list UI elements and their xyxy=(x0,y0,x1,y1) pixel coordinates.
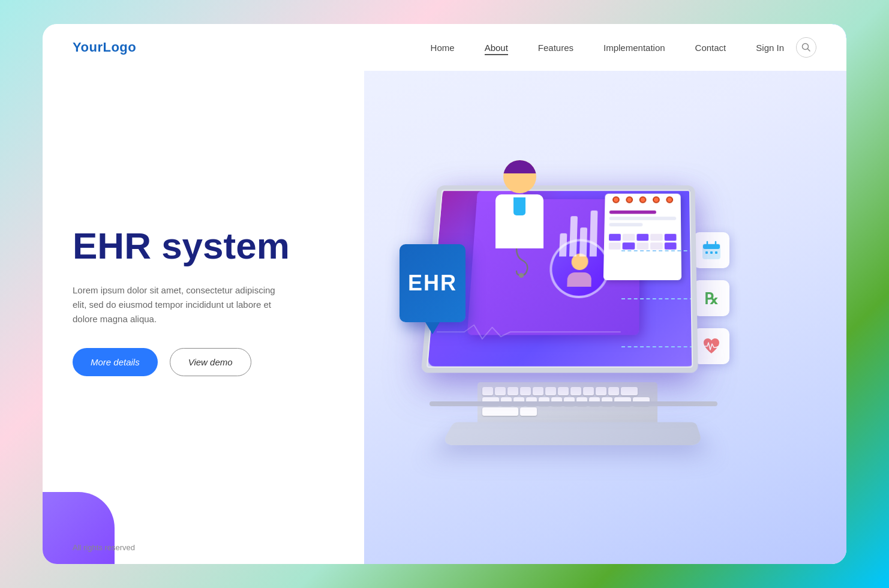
nav-about[interactable]: About xyxy=(485,43,508,53)
sign-in-link[interactable]: Sign In xyxy=(756,43,784,53)
key xyxy=(621,387,638,395)
svg-point-2 xyxy=(519,273,524,278)
svg-text:℞: ℞ xyxy=(704,290,718,308)
svg-rect-9 xyxy=(715,251,717,254)
stethoscope-icon xyxy=(510,248,528,278)
logo: YourLogo xyxy=(73,40,136,55)
key xyxy=(507,387,518,395)
cta-buttons: More details View demo xyxy=(73,348,331,376)
laptop-hinge xyxy=(430,401,717,406)
svg-rect-8 xyxy=(710,251,713,254)
key xyxy=(608,387,619,395)
copyright-text: All rights reserved xyxy=(73,543,135,552)
main-content: EHR system Lorem ipsum dolor sit amet, c… xyxy=(43,71,846,531)
svg-rect-4 xyxy=(703,244,720,249)
more-details-button[interactable]: More details xyxy=(73,348,158,376)
nav-right: Sign In xyxy=(756,37,816,58)
left-section: EHR system Lorem ipsum dolor sit amet, c… xyxy=(73,226,331,376)
nav-contact[interactable]: Contact xyxy=(695,43,726,53)
nav-implementation[interactable]: Implementation xyxy=(603,43,665,53)
svg-rect-7 xyxy=(705,251,708,254)
key xyxy=(570,387,581,395)
hero-description: Lorem ipsum dolor sit amet, consectetur … xyxy=(73,283,289,326)
page-card: YourLogo Home About Features Implementat… xyxy=(43,24,846,564)
laptop-base xyxy=(441,422,704,445)
prescription-icon: ℞ xyxy=(702,289,721,308)
nav-links: Home About Features Implementation Conta… xyxy=(431,43,726,53)
doctor-head xyxy=(503,160,536,193)
heart-monitor-icon xyxy=(702,337,721,356)
calendar-icon xyxy=(702,241,721,260)
key xyxy=(520,387,531,395)
navbar: YourLogo Home About Features Implementat… xyxy=(43,24,846,71)
key xyxy=(520,407,537,416)
prescription-float-icon: ℞ xyxy=(693,280,729,316)
key xyxy=(558,387,569,395)
search-icon[interactable] xyxy=(796,37,816,58)
view-demo-button[interactable]: View demo xyxy=(170,348,251,376)
key xyxy=(583,387,594,395)
doctor-hair xyxy=(503,160,536,173)
laptop-illustration: EHR xyxy=(400,136,747,484)
right-illustration: EHR xyxy=(331,71,816,531)
key xyxy=(596,387,606,395)
hero-title: EHR system xyxy=(73,226,331,266)
svg-line-1 xyxy=(808,49,810,52)
key xyxy=(533,387,543,395)
doctor-figure xyxy=(495,160,543,248)
key xyxy=(495,387,506,395)
nav-features[interactable]: Features xyxy=(538,43,573,53)
footer: All rights reserved xyxy=(43,531,846,564)
heart-float-icon xyxy=(693,328,729,364)
key xyxy=(545,387,556,395)
key-spacebar xyxy=(482,407,518,416)
nav-home[interactable]: Home xyxy=(431,43,455,53)
doctor-collar xyxy=(513,197,525,215)
ehr-badge: EHR xyxy=(400,244,465,322)
key xyxy=(482,387,493,395)
calendar-float-icon xyxy=(693,232,729,268)
floating-icons: ℞ xyxy=(693,232,729,364)
ehr-badge-text: EHR xyxy=(408,271,457,296)
doctor-body xyxy=(495,194,543,248)
